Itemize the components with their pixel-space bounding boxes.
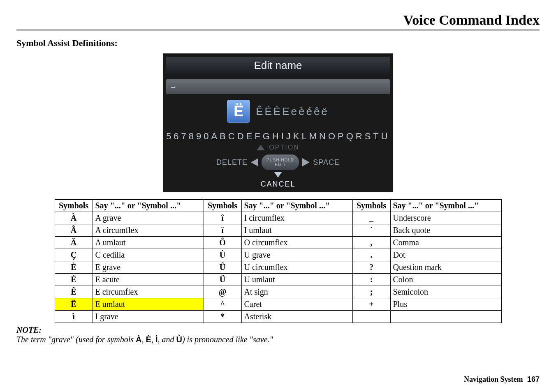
cancel-label: CANCEL — [166, 180, 390, 189]
delete-label: DELETE — [216, 158, 248, 167]
symbol-cell: ì — [55, 311, 93, 323]
say-cell — [390, 311, 501, 323]
left-arrow-icon[interactable] — [251, 158, 258, 166]
say-cell: I circumflex — [241, 212, 352, 224]
table-row: ÀA graveîI circumflex_Underscore — [55, 212, 501, 224]
symbol-cell: Û — [204, 261, 241, 274]
symbol-cell: ^ — [204, 298, 241, 311]
symbol-cell: @ — [204, 286, 241, 298]
symbol-cell: Â — [55, 224, 93, 237]
symbol-cell: Ç — [55, 249, 93, 261]
note-label: NOTE: — [16, 325, 540, 335]
symbols-table: Symbols Say "..." or "Symbol ..." Symbol… — [55, 199, 502, 323]
footer-page-number: 167 — [527, 375, 540, 383]
th-symbols-3: Symbols — [352, 200, 390, 212]
footer-label: Navigation System — [464, 375, 523, 383]
symbol-cell: ` — [352, 224, 390, 237]
symbol-cell: Ê — [55, 286, 93, 298]
symbol-cell: Ù — [204, 249, 241, 261]
say-cell: Caret — [241, 298, 352, 311]
note-c2: , — [151, 335, 155, 344]
table-row: ÇC cedillaÙU grave.Dot — [55, 249, 501, 261]
symbol-cell — [352, 311, 390, 323]
right-arrow-icon[interactable] — [302, 158, 310, 166]
say-cell: E acute — [93, 274, 204, 286]
dpad-row: DELETE PUSH HOLD EDIT SPACE — [166, 154, 390, 170]
selected-key[interactable]: Ë — [227, 100, 250, 123]
table-row: ÄA umlautÔO circumflex,Comma — [55, 237, 501, 249]
option-row: OPTION — [166, 143, 390, 151]
space-label: SPACE — [313, 158, 340, 167]
th-say-2: Say "..." or "Symbol ..." — [241, 200, 352, 212]
say-cell: Plus — [390, 298, 501, 311]
say-cell: O circumflex — [241, 237, 352, 249]
th-symbols-2: Symbols — [204, 200, 241, 212]
table-row: ÂA circumflexïI umlaut`Back quote — [55, 224, 501, 237]
option-label: OPTION — [269, 144, 299, 151]
say-cell: Underscore — [390, 212, 501, 224]
note-c3: , and — [158, 335, 176, 344]
name-input[interactable]: – — [166, 79, 390, 94]
center-bottom-line: EDIT — [275, 162, 286, 167]
symbol-cell: Ä — [55, 237, 93, 249]
symbol-cell: , — [352, 237, 390, 249]
keyboard-row[interactable]: 567890ABCDEFGHIJKLMNOPQRSTU — [166, 131, 390, 142]
say-cell: E circumflex — [93, 286, 204, 298]
section-heading: Symbol Assist Definitions: — [16, 38, 540, 48]
symbol-cell: : — [352, 274, 390, 286]
note-sym-4: Ù — [176, 335, 182, 344]
symbol-cell: . — [352, 249, 390, 261]
symbol-cell: ï — [204, 224, 241, 237]
say-cell: Question mark — [390, 261, 501, 274]
variant-letters: ÊÉÈEeèéêë — [256, 105, 329, 118]
symbol-cell: ; — [352, 286, 390, 298]
table-row: ìI grave*Asterisk — [55, 311, 501, 323]
page-title: Voice Command Index — [16, 12, 540, 30]
say-cell: U umlaut — [241, 274, 352, 286]
say-cell: U circumflex — [241, 261, 352, 274]
table-row: ÈE graveÛU circumflex?Question mark — [55, 261, 501, 274]
center-button[interactable]: PUSH HOLD EDIT — [262, 154, 299, 170]
note-sym-1: À — [136, 335, 141, 344]
note-post: ) is pronounced like "save." — [182, 335, 273, 344]
note-block: NOTE: The term "grave" (used for symbols… — [16, 325, 540, 344]
say-cell: A grave — [93, 212, 204, 224]
say-cell: C cedilla — [93, 249, 204, 261]
up-arrow-icon[interactable] — [257, 145, 265, 150]
say-cell: Asterisk — [241, 311, 352, 323]
say-cell: A circumflex — [93, 224, 204, 237]
say-cell: E grave — [93, 261, 204, 274]
symbol-cell: É — [55, 274, 93, 286]
say-cell: Colon — [390, 274, 501, 286]
edit-name-screenshot: Edit name – Ë ÊÉÈEeèéêë 567890ABCDEFGHIJ… — [163, 53, 393, 192]
say-cell: Back quote — [390, 224, 501, 237]
symbol-cell: * — [204, 311, 241, 323]
symbol-cell: Ô — [204, 237, 241, 249]
down-arrow-icon[interactable] — [274, 172, 282, 178]
th-say-1: Say "..." or "Symbol ..." — [93, 200, 204, 212]
table-header-row: Symbols Say "..." or "Symbol ..." Symbol… — [55, 200, 501, 212]
symbol-cell: _ — [352, 212, 390, 224]
note-sym-2: È — [146, 335, 151, 344]
note-c1: , — [142, 335, 146, 344]
page-footer: Navigation System 167 — [464, 375, 540, 384]
say-cell: Dot — [390, 249, 501, 261]
say-cell: I umlaut — [241, 224, 352, 237]
say-cell: U grave — [241, 249, 352, 261]
say-cell: E umlaut — [93, 298, 204, 311]
screen-title: Edit name — [166, 57, 390, 77]
symbol-cell: ? — [352, 261, 390, 274]
table-row: ÉE acuteÜU umlaut:Colon — [55, 274, 501, 286]
th-say-3: Say "..." or "Symbol ..." — [390, 200, 501, 212]
symbol-cell: î — [204, 212, 241, 224]
symbol-cell: Ë — [55, 298, 93, 311]
note-text: The term "grave" (used for symbols À, È,… — [16, 335, 540, 344]
symbol-cell: Ü — [204, 274, 241, 286]
symbol-cell: + — [352, 298, 390, 311]
note-pre: The term "grave" (used for symbols — [16, 335, 136, 344]
th-symbols-1: Symbols — [55, 200, 93, 212]
say-cell: At sign — [241, 286, 352, 298]
say-cell: Comma — [390, 237, 501, 249]
table-row: ÊE circumflex@At sign;Semicolon — [55, 286, 501, 298]
say-cell: I grave — [93, 311, 204, 323]
